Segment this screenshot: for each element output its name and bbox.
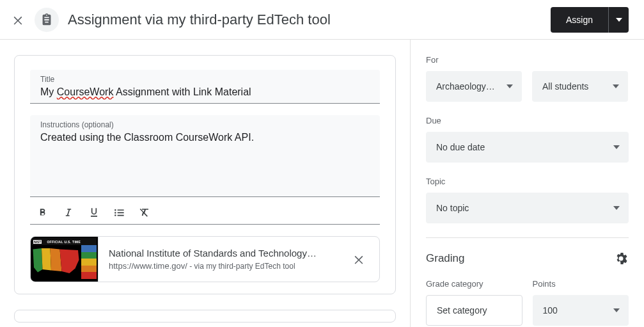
page-title: Assignment via my third-party EdTech too… (68, 12, 542, 28)
points-label: Points (533, 279, 629, 289)
main-form-panel: Title My CourseWork Assignment with Link… (0, 40, 411, 327)
due-label: Due (426, 116, 629, 125)
class-dropdown[interactable]: Archaeology … (426, 71, 522, 102)
assign-button[interactable]: Assign (551, 7, 608, 33)
title-input[interactable]: My CourseWork Assignment with Link Mater… (40, 85, 370, 99)
remove-attachment-icon[interactable] (343, 244, 374, 275)
chevron-down-icon (507, 84, 513, 88)
usa-map-icon (32, 246, 80, 275)
format-toolbar (30, 197, 380, 225)
assign-button-group: Assign (551, 7, 629, 33)
topic-label: Topic (426, 177, 629, 186)
instructions-label: Instructions (optional) (40, 120, 370, 129)
assignment-card: Title My CourseWork Assignment with Link… (14, 55, 396, 294)
chevron-down-icon (613, 206, 620, 210)
attachment-info: National Institute of Standards and Tech… (98, 248, 343, 271)
chevron-down-icon (613, 84, 619, 88)
italic-icon[interactable] (59, 203, 77, 221)
top-bar: Assignment via my third-party EdTech too… (0, 0, 644, 40)
bullet-list-icon[interactable] (111, 203, 129, 221)
chevron-down-icon (613, 308, 620, 312)
instructions-field[interactable]: Instructions (optional) Created using th… (30, 115, 380, 197)
spellcheck-word: CourseWork (57, 86, 114, 97)
gear-icon[interactable] (613, 251, 629, 266)
title-field[interactable]: Title My CourseWork Assignment with Link… (30, 70, 380, 104)
topic-dropdown[interactable]: No topic (426, 193, 629, 223)
chevron-down-icon (613, 145, 620, 149)
attachment-url: https://www.time.gov/ (109, 261, 187, 271)
attachment-via: - via my third-party EdTech tool (187, 262, 295, 271)
attachment-card[interactable]: NISTOFFICIAL U.S. TIME (30, 236, 380, 282)
divider (426, 237, 629, 238)
close-icon[interactable] (10, 12, 26, 28)
instructions-input[interactable]: Created using the Classroom CourseWork A… (40, 131, 370, 145)
title-label: Title (40, 75, 370, 84)
attachment-title: National Institute of Standards and Tech… (109, 248, 333, 259)
students-dropdown[interactable]: All students (532, 71, 628, 102)
clear-format-icon[interactable] (136, 203, 154, 221)
for-label: For (426, 55, 629, 65)
underline-icon[interactable] (85, 203, 103, 221)
assign-dropdown-button[interactable] (608, 7, 629, 33)
attachment-thumbnail: NISTOFFICIAL U.S. TIME (31, 237, 98, 282)
points-dropdown[interactable]: 100 (533, 295, 629, 326)
bold-icon[interactable] (34, 203, 52, 221)
secondary-card (14, 310, 396, 323)
clipboard-icon (35, 8, 59, 32)
grading-heading: Grading (426, 252, 464, 265)
sidebar-panel: For Archaeology … All students Due No du… (411, 40, 644, 327)
due-date-dropdown[interactable]: No due date (426, 132, 629, 163)
grade-category-dropdown[interactable]: Set category (426, 295, 522, 326)
grade-category-label: Grade category (426, 279, 522, 289)
